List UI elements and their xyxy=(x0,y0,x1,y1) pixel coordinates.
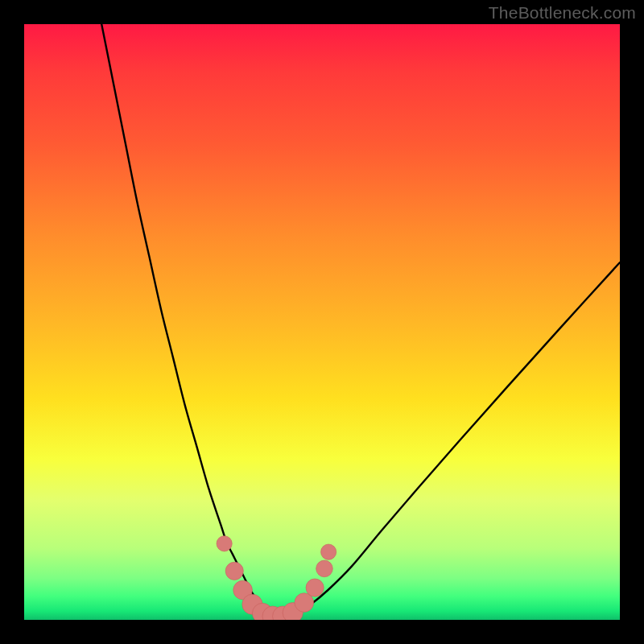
curve-marker xyxy=(225,562,243,580)
curve-marker xyxy=(217,536,232,551)
curve-svg xyxy=(24,24,620,620)
curve-marker xyxy=(316,560,333,577)
watermark-text: TheBottleneck.com xyxy=(489,3,636,23)
chart-frame: TheBottleneck.com xyxy=(0,0,644,644)
plot-area xyxy=(24,24,620,620)
curve-marker xyxy=(306,579,324,597)
bottleneck-curve xyxy=(101,24,620,617)
curve-markers xyxy=(217,536,336,620)
curve-marker xyxy=(321,544,336,559)
